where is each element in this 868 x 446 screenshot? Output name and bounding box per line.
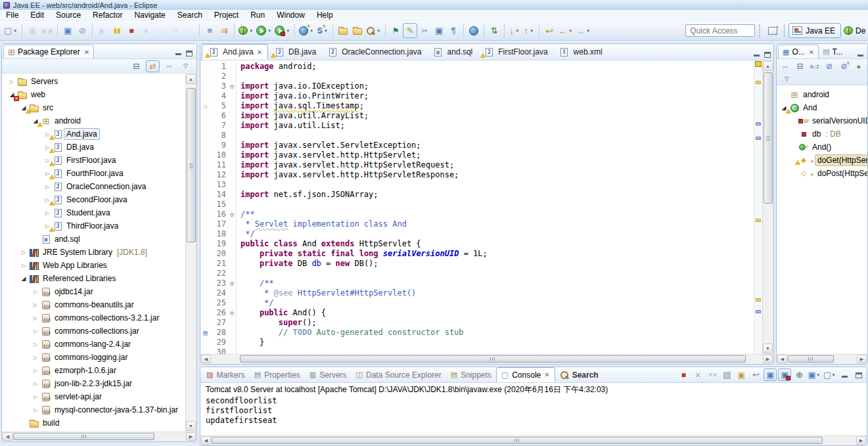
tree-item-ezmorph-1-0-6-jar[interactable]: ▷ezmorph-1.0.6.jar xyxy=(2,364,185,377)
tree-item-and-java[interactable]: ▷JAnd.java xyxy=(2,127,185,141)
menu-navigate[interactable]: Navigate xyxy=(128,10,171,20)
expand-arrow-icon[interactable]: ▷ xyxy=(31,381,40,387)
tree-item-commons-beanutils-jar[interactable]: ▷commons-beanutils.jar xyxy=(2,298,185,311)
close-tab-icon[interactable]: ✕ xyxy=(544,371,549,378)
editor-tab-web-xml[interactable]: Xweb.xml xyxy=(553,44,608,60)
editor-tab-firstfloor-java[interactable]: JFirstFloor.java xyxy=(478,44,553,60)
search-menu-button[interactable]: ▾ xyxy=(365,23,382,38)
scroll-left-icon[interactable]: ◀ xyxy=(777,355,787,363)
warning-marker[interactable] xyxy=(756,219,761,222)
save-button[interactable]: ▣ xyxy=(25,23,39,38)
editor-vertical-scrollbar[interactable]: ▲ ▼ xyxy=(762,60,773,354)
scrollbar-thumb[interactable] xyxy=(212,437,823,444)
remove-all-launches-button[interactable]: ×× xyxy=(706,368,719,381)
menu-search[interactable]: Search xyxy=(171,10,208,20)
mark-occurrences-button[interactable]: ⚑ xyxy=(388,23,403,38)
outline-item-and-[interactable]: cAnd() xyxy=(777,141,867,154)
dropdown-arrow-icon[interactable]: ▾ xyxy=(831,372,836,378)
outline-horizontal-scrollbar[interactable]: ◀ ▶ xyxy=(777,354,867,364)
focus-on-active-task-button[interactable]: ●● xyxy=(779,60,792,72)
close-tab-icon[interactable]: ✕ xyxy=(257,49,262,56)
watch-button[interactable]: ⇉ xyxy=(217,23,231,38)
info-marker[interactable] xyxy=(756,310,761,313)
expand-arrow-icon[interactable]: ▷ xyxy=(31,315,40,321)
task-gutter-icon[interactable]: ▤ xyxy=(200,328,210,338)
maximize-editor-button[interactable] xyxy=(764,52,771,58)
tree-item-src[interactable]: ◢src xyxy=(2,101,185,114)
perspective-debug-button[interactable]: De xyxy=(844,23,866,38)
tree-item-web-app-libraries[interactable]: ▷Web App Libraries xyxy=(2,259,185,272)
terminate-console-button[interactable]: ■ xyxy=(677,368,690,381)
fold-icon[interactable]: ⊖ xyxy=(228,210,237,219)
open-resource-button[interactable] xyxy=(336,23,350,38)
ruler-summary-icon[interactable] xyxy=(755,61,762,67)
tree-item-commons-lang-2-4-jar[interactable]: ▷commons-lang-2.4.jar xyxy=(2,338,185,351)
scroll-up-icon[interactable]: ▲ xyxy=(186,74,196,84)
open-console-button[interactable]: ▣ xyxy=(60,23,75,38)
dropdown-arrow-icon[interactable]: ▾ xyxy=(267,28,272,33)
menu-refactor[interactable]: Refactor xyxy=(87,10,128,20)
editor-horizontal-scrollbar[interactable]: ◀ ▶ xyxy=(200,354,773,364)
outline-item-db[interactable]: db : DB xyxy=(777,127,867,141)
format-button[interactable]: ✎ xyxy=(403,23,417,38)
scroll-right-icon[interactable]: ▶ xyxy=(763,355,773,363)
synchronize-button[interactable]: ⇅ xyxy=(487,23,501,38)
warning-marker[interactable] xyxy=(756,298,761,301)
scrollbar-thumb[interactable] xyxy=(13,433,154,440)
expand-arrow-icon[interactable]: ▷ xyxy=(19,250,28,256)
console-view-tab-snippets[interactable]: ▤Snippets xyxy=(446,367,496,382)
sort-button[interactable]: a↓z xyxy=(808,60,821,72)
fold-icon[interactable]: ⊖ xyxy=(228,308,237,318)
menu-source[interactable]: Source xyxy=(50,10,87,20)
new-servlet-button[interactable]: S+▾ xyxy=(315,23,330,38)
open-console-dropdown-button[interactable]: ▢▾ xyxy=(823,368,836,381)
dropdown-arrow-icon[interactable]: ▾ xyxy=(248,28,254,33)
scroll-left-icon[interactable]: ◀ xyxy=(3,432,12,441)
step-return-button[interactable]: ↑ xyxy=(182,23,196,38)
expand-arrow-icon[interactable]: ▷ xyxy=(31,407,40,413)
word-wrap-button[interactable]: ↩ xyxy=(749,368,762,381)
scrollbar-thumb[interactable] xyxy=(764,72,773,204)
tree-item-servers[interactable]: ▷Servers xyxy=(2,75,185,88)
close-view-icon[interactable]: ✕ xyxy=(84,49,89,56)
debug-button[interactable]: ▾ xyxy=(237,23,255,38)
remove-launch-button[interactable]: × xyxy=(691,368,704,381)
scrollbar-thumb[interactable] xyxy=(788,355,834,363)
expand-arrow-icon[interactable]: ▷ xyxy=(31,328,40,334)
close-view-icon[interactable]: ✕ xyxy=(809,49,814,56)
console-view-tab-search[interactable]: Search xyxy=(555,367,603,382)
save-all-button[interactable]: ▣▣ xyxy=(39,23,55,38)
tree-item-referenced-libraries[interactable]: ◢Referenced Libraries xyxy=(2,272,185,285)
tree-item-firstfloor-java[interactable]: ▷JFirstFloor.java xyxy=(2,154,185,167)
expand-arrow-icon[interactable]: ▷ xyxy=(7,79,16,85)
expand-arrow-icon[interactable]: ▷ xyxy=(31,355,40,361)
outline-item-android[interactable]: ⊞android xyxy=(777,88,867,101)
collapse-all-button[interactable]: ⊟ xyxy=(793,60,806,72)
dropdown-arrow-icon[interactable]: ▾ xyxy=(376,28,381,33)
suspend-button[interactable]: ▮▮ xyxy=(110,23,124,38)
clip-button[interactable]: ✂ xyxy=(417,23,432,38)
hide-non-public-button[interactable]: ● xyxy=(852,60,865,72)
minimize-button[interactable] xyxy=(838,368,851,381)
scrollbar-thumb[interactable] xyxy=(187,88,196,242)
menu-help[interactable]: Help xyxy=(311,10,339,20)
back-button[interactable]: ←▾ xyxy=(557,23,574,38)
scroll-down-icon[interactable]: ▼ xyxy=(763,344,773,353)
skip-breakpoints-button[interactable]: ⊘ xyxy=(75,23,89,38)
link-with-editor-button[interactable]: ⇄ xyxy=(146,60,160,72)
minimize-view-button[interactable] xyxy=(175,53,181,55)
open-folder-button[interactable] xyxy=(350,23,365,38)
maximize-button[interactable] xyxy=(852,368,865,381)
tree-item-and-sql[interactable]: ▦and.sql xyxy=(2,233,185,246)
scroll-lock-button[interactable]: ▣ xyxy=(735,368,748,381)
clear-console-button[interactable]: ▤ xyxy=(720,368,733,381)
scroll-right-icon[interactable]: ▶ xyxy=(186,432,196,441)
tree-item-oracleconnection-java[interactable]: ▷JOracleConnection.java xyxy=(2,180,185,193)
console-view-tab-data-source-explorer[interactable]: ◫Data Source Explorer xyxy=(352,367,446,382)
info-marker[interactable] xyxy=(756,122,761,125)
perspective-java-ee-button[interactable]: Java EE xyxy=(788,23,841,38)
console-view-tab-markers[interactable]: ▨Markers xyxy=(202,367,250,382)
expand-arrow-icon[interactable]: ▷ xyxy=(43,210,52,216)
focus-on-active-task-button[interactable]: ●● xyxy=(162,60,176,72)
new-wizard-button[interactable]: ▢▾ xyxy=(3,23,19,38)
